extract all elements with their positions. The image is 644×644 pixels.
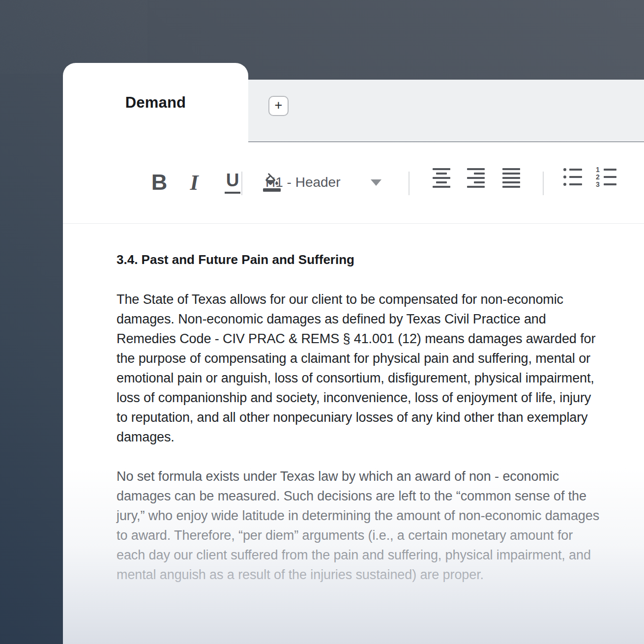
toolbar-divider bbox=[543, 172, 544, 195]
editor-content[interactable]: 3.4. Past and Future Pain and Suffering … bbox=[63, 224, 644, 644]
paragraph-style-value: H1 - Header bbox=[265, 175, 341, 190]
paragraph-style-dropdown[interactable]: H1 - Header bbox=[262, 167, 384, 198]
tab-label: Demand bbox=[125, 94, 186, 112]
paragraph: No set formula exists under Texas law by… bbox=[117, 467, 601, 585]
toolbar-divider bbox=[241, 172, 242, 195]
add-tab-button[interactable]: + bbox=[268, 96, 289, 116]
underline-glyph: U bbox=[225, 171, 241, 194]
align-right-button[interactable] bbox=[467, 168, 485, 188]
bold-button[interactable]: B bbox=[148, 167, 170, 198]
section-heading: 3.4. Past and Future Pain and Suffering bbox=[117, 250, 601, 269]
screenshot-stage: + Demand B I U H1 - Header bbox=[0, 0, 644, 644]
document-body: 3.4. Past and Future Pain and Suffering … bbox=[63, 224, 601, 585]
align-center-button[interactable] bbox=[433, 168, 450, 188]
numbered-list-button[interactable]: 1 2 3 bbox=[595, 168, 617, 186]
tab-demand[interactable]: Demand bbox=[63, 63, 248, 142]
toolbar-divider bbox=[409, 172, 410, 195]
formatting-toolbar: B I U H1 - Header bbox=[63, 142, 644, 224]
plus-icon: + bbox=[275, 98, 283, 113]
paragraph: The State of Texas allows for our client… bbox=[117, 290, 601, 447]
chevron-down-icon bbox=[371, 179, 381, 186]
bulleted-list-button[interactable] bbox=[563, 168, 584, 186]
editor-window: + Demand B I U H1 - Header bbox=[63, 63, 644, 644]
italic-button[interactable]: I bbox=[183, 167, 205, 198]
align-justify-button[interactable] bbox=[502, 168, 520, 188]
